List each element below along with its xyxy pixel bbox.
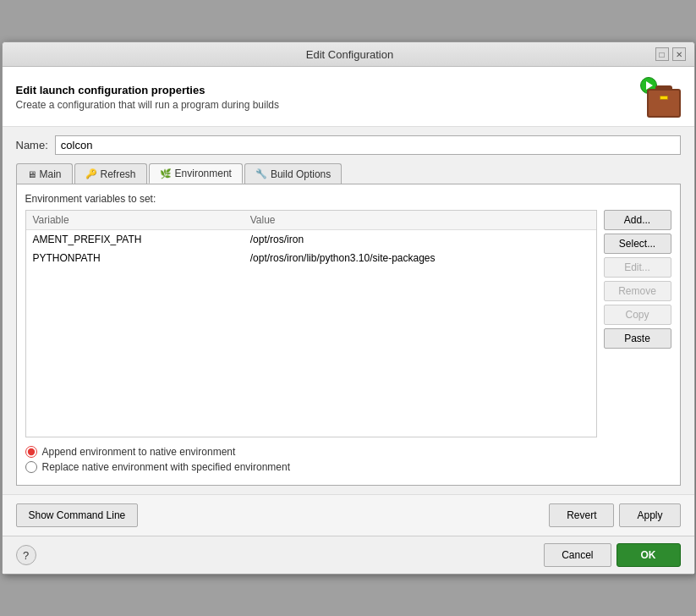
ok-button[interactable]: OK xyxy=(617,543,681,567)
minimize-button[interactable]: □ xyxy=(655,47,669,61)
launch-icon xyxy=(640,77,681,118)
row-value: /opt/ros/iron xyxy=(244,230,596,250)
toolbox-icon xyxy=(647,89,681,118)
tab-refresh[interactable]: 🔑 Refresh xyxy=(74,163,147,184)
name-row: Name: xyxy=(16,135,681,155)
tab-environment-label: Environment xyxy=(175,168,232,179)
edit-configuration-dialog: Edit Configuration □ ✕ Edit launch confi… xyxy=(2,41,695,575)
edit-button[interactable]: Edit... xyxy=(604,257,671,278)
env-table: Variable Value AMENT_PREFIX_PATH /opt/ro… xyxy=(26,211,596,437)
revert-button[interactable]: Revert xyxy=(549,503,614,527)
select-button[interactable]: Select... xyxy=(604,234,671,254)
radio-append-label: Append environment to native environment xyxy=(42,446,236,458)
col-variable: Variable xyxy=(26,211,244,230)
header-heading: Edit launch configuration properties xyxy=(16,84,280,96)
remove-button[interactable]: Remove xyxy=(604,281,671,301)
title-bar: Edit Configuration □ ✕ xyxy=(3,42,694,67)
row-variable: PYTHONPATH xyxy=(26,249,244,267)
name-input[interactable] xyxy=(55,135,681,155)
env-buttons: Add... Select... Edit... Remove Copy Pas… xyxy=(604,210,671,437)
header-subtext: Create a configuration that will run a p… xyxy=(16,99,280,111)
toolbox-latch-icon xyxy=(660,96,668,100)
close-button[interactable]: ✕ xyxy=(672,47,686,61)
body-area: Name: 🖥 Main 🔑 Refresh 🌿 Environment 🔧 B… xyxy=(3,127,694,494)
bottom-buttons: Show Command Line Revert Apply xyxy=(3,494,694,536)
tab-main[interactable]: 🖥 Main xyxy=(16,163,73,184)
footer-bar: ? Cancel OK xyxy=(3,536,694,574)
refresh-tab-icon: 🔑 xyxy=(85,168,97,179)
name-label: Name: xyxy=(16,139,48,151)
header-area: Edit launch configuration properties Cre… xyxy=(3,67,694,127)
dialog-title: Edit Configuration xyxy=(45,48,655,61)
header-text: Edit launch configuration properties Cre… xyxy=(16,84,280,111)
table-row[interactable]: AMENT_PREFIX_PATH /opt/ros/iron xyxy=(26,230,596,250)
toolbox-handle-icon xyxy=(655,85,672,91)
show-command-line-button[interactable]: Show Command Line xyxy=(16,503,139,527)
header-icon xyxy=(640,77,681,118)
title-bar-controls: □ ✕ xyxy=(655,47,686,61)
radio-section: Append environment to native environment… xyxy=(25,446,671,473)
radio-row-replace: Replace native environment with specifie… xyxy=(25,461,671,473)
build-options-tab-icon: 🔧 xyxy=(255,168,267,179)
radio-append[interactable] xyxy=(25,446,37,458)
tab-main-label: Main xyxy=(40,168,62,180)
cancel-button[interactable]: Cancel xyxy=(544,543,611,567)
main-tab-icon: 🖥 xyxy=(27,169,36,179)
add-button[interactable]: Add... xyxy=(604,210,671,230)
tabs: 🖥 Main 🔑 Refresh 🌿 Environment 🔧 Build O… xyxy=(16,163,681,184)
tab-build-options-label: Build Options xyxy=(271,168,331,180)
radio-replace[interactable] xyxy=(25,461,37,473)
tab-refresh-label: Refresh xyxy=(101,168,136,180)
env-area: Variable Value AMENT_PREFIX_PATH /opt/ro… xyxy=(25,210,671,437)
environment-tab-icon: 🌿 xyxy=(160,168,172,179)
col-value: Value xyxy=(244,211,596,230)
tab-build-options[interactable]: 🔧 Build Options xyxy=(244,163,342,184)
radio-replace-label: Replace native environment with specifie… xyxy=(42,461,291,473)
environment-panel: Environment variables to set: Variable V… xyxy=(16,184,681,486)
table-spacer-row xyxy=(26,267,596,437)
env-section-label: Environment variables to set: xyxy=(25,193,671,205)
env-table-wrap: Variable Value AMENT_PREFIX_PATH /opt/ro… xyxy=(25,210,597,437)
row-value: /opt/ros/iron/lib/python3.10/site-packag… xyxy=(244,249,596,267)
radio-row-append: Append environment to native environment xyxy=(25,446,671,458)
copy-button[interactable]: Copy xyxy=(604,305,671,325)
footer-actions: Cancel OK xyxy=(544,543,680,567)
apply-button[interactable]: Apply xyxy=(619,503,680,527)
tab-environment[interactable]: 🌿 Environment xyxy=(149,163,243,184)
help-button[interactable]: ? xyxy=(16,545,36,565)
row-variable: AMENT_PREFIX_PATH xyxy=(26,230,244,250)
table-row[interactable]: PYTHONPATH /opt/ros/iron/lib/python3.10/… xyxy=(26,249,596,267)
paste-button[interactable]: Paste xyxy=(604,328,671,349)
